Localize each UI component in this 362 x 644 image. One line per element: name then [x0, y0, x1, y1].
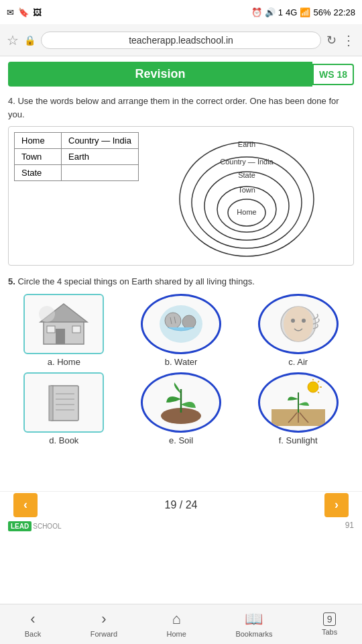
- table-cell: Earth: [62, 149, 139, 165]
- item-home: a. Home: [8, 294, 120, 367]
- battery-text: 56%: [313, 7, 330, 17]
- q4-table: Home Country — India Town Earth State: [14, 132, 139, 260]
- prev-button[interactable]: ‹: [13, 493, 38, 517]
- q5-grid: a. Home b. Water: [8, 294, 354, 445]
- item-sunlight: f. Sunlight: [242, 372, 354, 445]
- svg-text:Town: Town: [238, 186, 255, 194]
- book-label: d. Book: [49, 435, 78, 445]
- table-cell: State: [15, 165, 62, 181]
- network-icon: 4G: [286, 7, 297, 17]
- item-soil: e. Soil: [125, 372, 237, 445]
- svg-point-23: [291, 319, 295, 323]
- air-image-box: [258, 294, 339, 354]
- svg-rect-25: [50, 386, 78, 421]
- book-image-box: [23, 372, 104, 433]
- revision-title: Revision: [8, 62, 312, 87]
- browser-bar: ☆ 🔒 teacherapp.leadschool.in ↻ ⋮: [0, 24, 362, 56]
- nav-forward[interactable]: › Forward: [90, 610, 117, 638]
- question5-section: 5. Circle the 4 special things on Earth …: [8, 275, 354, 445]
- svg-line-37: [318, 381, 319, 382]
- forward-label: Forward: [90, 630, 117, 638]
- bookmarks-icon: 📖: [245, 610, 263, 628]
- back-icon: ‹: [30, 610, 35, 628]
- sunlight-image-box: [258, 372, 339, 433]
- sim-icon: 1: [278, 7, 283, 17]
- alarm-icon: ⏰: [251, 7, 262, 17]
- nav-bookmarks[interactable]: 📖 Bookmarks: [235, 610, 272, 638]
- home-icon: ⌂: [172, 610, 181, 628]
- more-icon[interactable]: ⋮: [342, 32, 355, 48]
- nav-back[interactable]: ‹ Back: [25, 610, 41, 638]
- svg-text:Earth: Earth: [238, 140, 255, 148]
- star-icon[interactable]: ☆: [7, 32, 19, 48]
- svg-point-24: [302, 319, 306, 323]
- status-bar: ✉ 🔖 🖼 ⏰ 🔊 1 4G 📶 56% 22:28: [0, 0, 362, 24]
- lead-logo: LEAD SCHOOL: [8, 521, 61, 531]
- soil-label: e. Soil: [169, 435, 193, 445]
- svg-line-38: [318, 392, 319, 393]
- home-image-box: [23, 294, 104, 354]
- svg-rect-12: [56, 329, 65, 344]
- school-text: SCHOOL: [33, 523, 61, 530]
- svg-rect-13: [47, 326, 55, 333]
- message-icon: ✉: [7, 7, 14, 17]
- table-cell: [62, 165, 139, 181]
- air-label: c. Air: [288, 357, 308, 367]
- signal-icon: 📶: [300, 7, 310, 17]
- tabs-label: Tabs: [322, 628, 337, 636]
- bookmark-icon: 🔖: [18, 7, 29, 17]
- table-cell: Country — India: [62, 133, 139, 149]
- home-label: a. Home: [48, 357, 80, 367]
- vol-icon: 🔊: [265, 7, 276, 17]
- item-air: c. Air: [242, 294, 354, 367]
- page-indicator: 19 / 24: [165, 499, 198, 511]
- home-label: Home: [167, 630, 186, 638]
- question5-text: 5. Circle the 4 special things on Earth …: [8, 275, 354, 288]
- status-left: ✉ 🔖 🖼: [7, 7, 42, 17]
- table-cell: Home: [15, 133, 62, 149]
- svg-text:State: State: [238, 171, 255, 179]
- svg-rect-26: [49, 386, 53, 421]
- tabs-icon: 9: [323, 612, 337, 626]
- pagination-toolbar: ‹ 19 / 24 ›: [0, 491, 362, 518]
- svg-point-18: [182, 315, 196, 329]
- svg-point-34: [308, 382, 318, 392]
- nav-tabs[interactable]: 9 Tabs: [322, 612, 337, 636]
- page-number: 91: [345, 521, 354, 530]
- next-button[interactable]: ›: [324, 493, 349, 517]
- svg-point-17: [165, 313, 181, 329]
- image-icon: 🖼: [33, 7, 42, 17]
- item-book: d. Book: [8, 372, 120, 445]
- lock-icon: 🔒: [24, 35, 36, 46]
- svg-text:Home: Home: [237, 208, 256, 216]
- revision-header: Revision WS 18: [8, 62, 354, 87]
- table-row: State: [15, 165, 139, 181]
- bookmarks-label: Bookmarks: [235, 630, 272, 638]
- table-row: Town Earth: [15, 149, 139, 165]
- water-image-box: [141, 294, 221, 354]
- table-cell: Town: [15, 149, 62, 165]
- back-label: Back: [25, 630, 41, 638]
- question4-text: 4. Use the words below and arrange them …: [8, 95, 354, 121]
- question4-container: Home Country — India Town Earth State Ea…: [8, 126, 354, 266]
- main-content: Revision WS 18 4. Use the words below an…: [0, 56, 362, 558]
- table-row: Home Country — India: [15, 133, 139, 149]
- time-display: 22:28: [333, 7, 355, 17]
- concentric-circles-diagram: Earth Country — India State Town Home: [145, 132, 348, 260]
- water-label: b. Water: [165, 357, 198, 367]
- lead-text: LEAD: [8, 521, 32, 531]
- svg-rect-14: [72, 326, 80, 333]
- svg-text:Country — India: Country — India: [220, 158, 274, 166]
- browser-nav-bar: ‹ Back › Forward ⌂ Home 📖 Bookmarks 9 Ta…: [0, 604, 362, 644]
- ws-badge: WS 18: [312, 64, 354, 85]
- svg-point-15: [39, 306, 55, 322]
- sunlight-label: f. Sunlight: [279, 435, 318, 445]
- status-right: ⏰ 🔊 1 4G 📶 56% 22:28: [251, 7, 355, 17]
- forward-icon: ›: [101, 610, 106, 628]
- nav-home[interactable]: ⌂ Home: [167, 610, 186, 638]
- soil-image-box: [141, 372, 221, 433]
- url-bar[interactable]: teacherapp.leadschool.in: [41, 32, 321, 49]
- svg-point-22: [284, 307, 313, 341]
- refresh-icon[interactable]: ↻: [326, 33, 337, 48]
- item-water: b. Water: [125, 294, 237, 367]
